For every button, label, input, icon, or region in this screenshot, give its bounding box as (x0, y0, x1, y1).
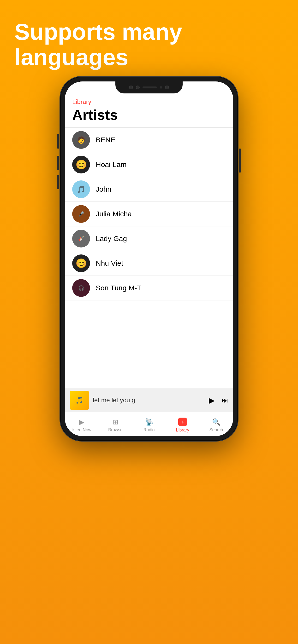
front-camera (129, 86, 133, 89)
app-header: Library Artists (65, 94, 233, 128)
artist-name-nhuviet: Nhu Viet (96, 259, 123, 268)
mini-player-title: let me let you g (93, 396, 205, 404)
mini-player-controls: ▶ ⏭ (209, 396, 228, 405)
avatar-emoji: 🎵 (77, 186, 85, 193)
speaker-dot (160, 86, 162, 89)
avatar-emoji: 🧑 (77, 136, 85, 144)
mini-player[interactable]: 🎵 let me let you g ▶ ⏭ (65, 388, 233, 412)
tab-radio-label: Radio (143, 428, 155, 432)
thumb-emoji: 🎵 (75, 396, 84, 404)
mini-player-thumbnail: 🎵 (70, 391, 89, 410)
artist-item-sontung[interactable]: 🎧 Son Tung M-T (65, 276, 233, 300)
artist-name-john: John (96, 185, 111, 193)
tab-listen-now-label: isten Now (72, 428, 91, 432)
artist-avatar-nhuviet: 😊 (72, 254, 90, 272)
artist-item-john[interactable]: 🎵 John (65, 177, 233, 202)
browse-icon: ⊞ (113, 418, 118, 426)
app-content: Library Artists 🧑 BENE 😊 Hoai Lam (65, 94, 233, 436)
avatar-emoji: 😊 (76, 258, 87, 268)
radio-icon: 📡 (145, 418, 153, 426)
tab-bar: ▶ isten Now ⊞ Browse 📡 Radio ♪ Library (65, 412, 233, 436)
library-icon: ♪ (178, 418, 187, 426)
avatar-emoji: 🎧 (78, 285, 84, 291)
artist-item-hoailam[interactable]: 😊 Hoai Lam (65, 152, 233, 177)
headline: Supports many languages (14, 19, 284, 70)
page-title: Artists (72, 106, 226, 123)
face-id-sensor (142, 86, 157, 88)
artist-avatar-bene: 🧑 (72, 131, 90, 149)
artist-avatar-hoailam: 😊 (72, 156, 90, 174)
listen-now-icon: ▶ (79, 418, 84, 426)
artist-name-ladygag: Lady Gag (96, 234, 127, 243)
tab-library-label: Library (176, 428, 189, 433)
artist-avatar-john: 🎵 (72, 180, 90, 198)
tab-library[interactable]: ♪ Library (166, 416, 199, 433)
artist-item-nhuviet[interactable]: 😊 Nhu Viet (65, 251, 233, 276)
notch (115, 82, 183, 94)
artist-avatar-sontung: 🎧 (72, 279, 90, 297)
avatar-emoji: 😊 (76, 159, 87, 170)
artist-item-ladygag[interactable]: 🎸 Lady Gag (65, 226, 233, 251)
library-icon-symbol: ♪ (181, 419, 184, 425)
search-icon: 🔍 (212, 418, 221, 426)
skip-forward-button[interactable]: ⏭ (221, 396, 228, 404)
artist-avatar-ladygag: 🎸 (72, 230, 90, 248)
front-camera-2 (136, 86, 140, 89)
phone-screen: Library Artists 🧑 BENE 😊 Hoai Lam (65, 82, 233, 436)
artist-name-julia: Julia Micha (96, 210, 132, 218)
artist-name-sontung: Son Tung M-T (96, 284, 141, 292)
artist-name-bene: BENE (96, 136, 115, 144)
tab-browse[interactable]: ⊞ Browse (99, 416, 132, 432)
tab-listen-now[interactable]: ▶ isten Now (65, 416, 99, 432)
library-label: Library (72, 98, 226, 106)
artist-name-hoailam: Hoai Lam (96, 160, 126, 169)
artist-item-bene[interactable]: 🧑 BENE (65, 128, 233, 152)
tab-browse-label: Browse (108, 428, 123, 432)
tab-search[interactable]: 🔍 Search (199, 416, 233, 432)
phone-frame: Library Artists 🧑 BENE 😊 Hoai Lam (60, 77, 238, 441)
play-button[interactable]: ▶ (209, 396, 215, 405)
avatar-emoji: 🎸 (78, 236, 84, 242)
tab-search-label: Search (209, 428, 223, 432)
front-camera-3 (165, 86, 169, 89)
tab-radio[interactable]: 📡 Radio (132, 416, 166, 432)
artist-item-julia[interactable]: 🎤 Julia Micha (65, 202, 233, 226)
avatar-emoji: 🎤 (78, 211, 84, 217)
artist-avatar-julia: 🎤 (72, 205, 90, 223)
